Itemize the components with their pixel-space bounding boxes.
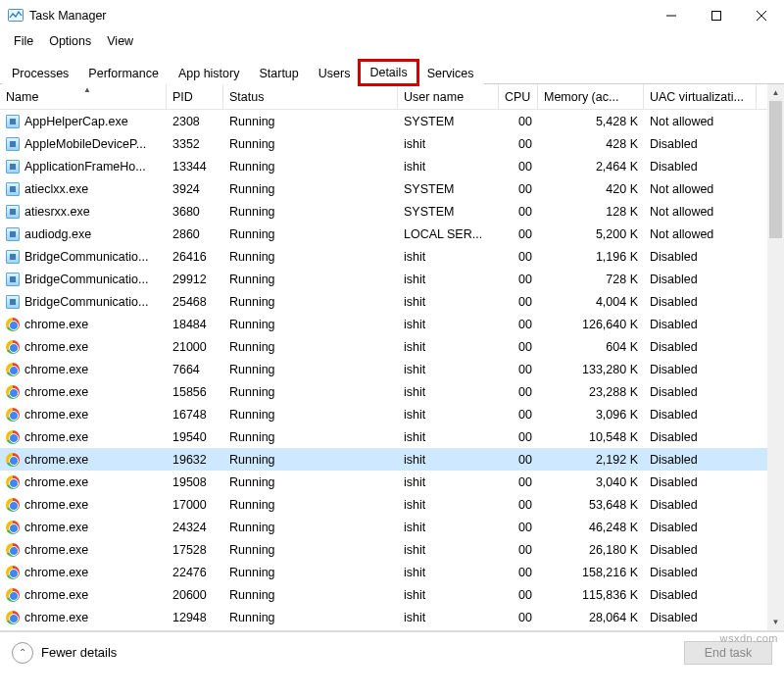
table-row[interactable]: chrome.exe19632Runningishit002,192 KDisa… xyxy=(0,448,784,471)
col-header-cpu[interactable]: CPU xyxy=(499,84,538,110)
process-status: Running xyxy=(223,200,398,223)
process-status: Running xyxy=(223,538,398,561)
table-row[interactable]: chrome.exe24324Runningishit0046,248 KDis… xyxy=(0,516,784,538)
process-user: ishit xyxy=(398,403,499,425)
col-header-pid[interactable]: PID xyxy=(167,84,223,110)
process-pid: 21000 xyxy=(167,335,223,358)
process-pid: 2308 xyxy=(167,110,223,132)
process-status: Running xyxy=(223,516,398,538)
process-memory: 604 K xyxy=(538,335,644,358)
process-status: Running xyxy=(223,313,398,335)
table-row[interactable]: atieclxx.exe3924RunningSYSTEM00420 KNot … xyxy=(0,177,784,200)
process-cpu: 00 xyxy=(499,200,538,223)
close-button[interactable] xyxy=(739,1,784,30)
tab-performance[interactable]: Performance xyxy=(78,62,169,84)
process-uac: Not allowed xyxy=(644,110,757,132)
process-memory: 128 K xyxy=(538,200,644,223)
process-cpu: 00 xyxy=(499,335,538,358)
process-pid: 19632 xyxy=(167,448,223,471)
table-row[interactable]: BridgeCommunicatio...29912Runningishit00… xyxy=(0,268,784,290)
tab-details[interactable]: Details xyxy=(360,61,416,84)
process-name: chrome.exe xyxy=(24,498,88,512)
tab-processes[interactable]: Processes xyxy=(2,62,78,84)
table-row[interactable]: chrome.exe18484Runningishit00126,640 KDi… xyxy=(0,313,784,335)
process-status: Running xyxy=(223,448,398,471)
table-row[interactable]: chrome.exe12948Runningishit0028,064 KDis… xyxy=(0,606,784,628)
table-row[interactable]: chrome.exe22476Runningishit00158,216 KDi… xyxy=(0,561,784,583)
table-row[interactable]: AppHelperCap.exe2308RunningSYSTEM005,428… xyxy=(0,110,784,132)
menu-options[interactable]: Options xyxy=(41,32,99,50)
process-cpu: 00 xyxy=(499,358,538,380)
col-header-uac[interactable]: UAC virtualizati... xyxy=(644,84,757,110)
process-status: Running xyxy=(223,561,398,583)
end-task-button[interactable]: End task xyxy=(684,641,772,665)
maximize-button[interactable] xyxy=(694,1,739,30)
tab-users[interactable]: Users xyxy=(309,62,361,84)
table-row[interactable]: chrome.exe21000Runningishit00604 KDisabl… xyxy=(0,335,784,358)
table-row[interactable]: chrome.exe7664Runningishit00133,280 KDis… xyxy=(0,358,784,380)
chrome-icon xyxy=(6,385,20,399)
process-memory: 4,004 K xyxy=(538,290,644,313)
process-uac: Disabled xyxy=(644,583,757,606)
tab-startup[interactable]: Startup xyxy=(249,62,308,84)
scroll-down-arrow-icon[interactable]: ▼ xyxy=(767,614,784,630)
fewer-details-button[interactable]: ⌃ Fewer details xyxy=(12,642,117,664)
process-memory: 26,180 K xyxy=(538,538,644,561)
chrome-icon xyxy=(6,543,20,557)
svg-rect-2 xyxy=(712,11,721,20)
minimize-button[interactable] xyxy=(649,1,694,30)
process-uac: Disabled xyxy=(644,471,757,493)
chrome-icon xyxy=(6,588,20,602)
col-header-user[interactable]: User name xyxy=(398,84,499,110)
process-name: BridgeCommunicatio... xyxy=(24,250,148,264)
process-cpu: 00 xyxy=(499,538,538,561)
table-row[interactable]: chrome.exe17528Runningishit0026,180 KDis… xyxy=(0,538,784,561)
process-name: chrome.exe xyxy=(24,408,88,422)
table-row[interactable]: audiodg.exe2860RunningLOCAL SER...005,20… xyxy=(0,223,784,245)
process-status: Running xyxy=(223,132,398,155)
table-row[interactable]: chrome.exe17000Runningishit0053,648 KDis… xyxy=(0,493,784,516)
process-memory: 1,196 K xyxy=(538,245,644,268)
table-row[interactable]: AppleMobileDeviceP...3352Runningishit004… xyxy=(0,132,784,155)
table-row[interactable]: BridgeCommunicatio...26416Runningishit00… xyxy=(0,245,784,268)
process-memory: 2,192 K xyxy=(538,448,644,471)
process-grid: ▲ Name PID Status User name CPU Memory (… xyxy=(0,84,784,631)
tab-services[interactable]: Services xyxy=(417,62,484,84)
process-status: Running xyxy=(223,358,398,380)
process-uac: Disabled xyxy=(644,245,757,268)
col-header-memory[interactable]: Memory (ac... xyxy=(538,84,644,110)
col-header-status[interactable]: Status xyxy=(223,84,398,110)
process-name: chrome.exe xyxy=(24,318,88,331)
table-row[interactable]: chrome.exe16748Runningishit003,096 KDisa… xyxy=(0,403,784,425)
app-icon xyxy=(6,250,20,264)
table-row[interactable]: atiesrxx.exe3680RunningSYSTEM00128 KNot … xyxy=(0,200,784,223)
menu-view[interactable]: View xyxy=(99,32,141,50)
process-cpu: 00 xyxy=(499,290,538,313)
app-icon xyxy=(6,273,20,286)
process-status: Running xyxy=(223,245,398,268)
menu-file[interactable]: File xyxy=(6,32,41,50)
process-pid: 17528 xyxy=(167,538,223,561)
table-row[interactable]: chrome.exe19540Runningishit0010,548 KDis… xyxy=(0,425,784,448)
process-uac: Not allowed xyxy=(644,200,757,223)
process-pid: 19508 xyxy=(167,471,223,493)
table-row[interactable]: chrome.exe19508Runningishit003,040 KDisa… xyxy=(0,471,784,493)
table-row[interactable]: ApplicationFrameHo...13344Runningishit00… xyxy=(0,155,784,177)
app-icon xyxy=(6,160,20,174)
process-name: chrome.exe xyxy=(24,475,88,489)
tab-app-history[interactable]: App history xyxy=(169,62,250,84)
process-pid: 2860 xyxy=(167,223,223,245)
vertical-scrollbar[interactable]: ▲ ▼ xyxy=(767,84,784,630)
scroll-thumb[interactable] xyxy=(769,101,782,238)
process-cpu: 00 xyxy=(499,268,538,290)
table-row[interactable]: chrome.exe20600Runningishit00115,836 KDi… xyxy=(0,583,784,606)
chrome-icon xyxy=(6,318,20,331)
table-row[interactable]: BridgeCommunicatio...25468Runningishit00… xyxy=(0,290,784,313)
scroll-up-arrow-icon[interactable]: ▲ xyxy=(767,84,784,101)
table-row[interactable]: chrome.exe15856Runningishit0023,288 KDis… xyxy=(0,380,784,403)
process-uac: Disabled xyxy=(644,358,757,380)
process-status: Running xyxy=(223,606,398,628)
process-cpu: 00 xyxy=(499,223,538,245)
process-uac: Disabled xyxy=(644,448,757,471)
chrome-icon xyxy=(6,363,20,376)
